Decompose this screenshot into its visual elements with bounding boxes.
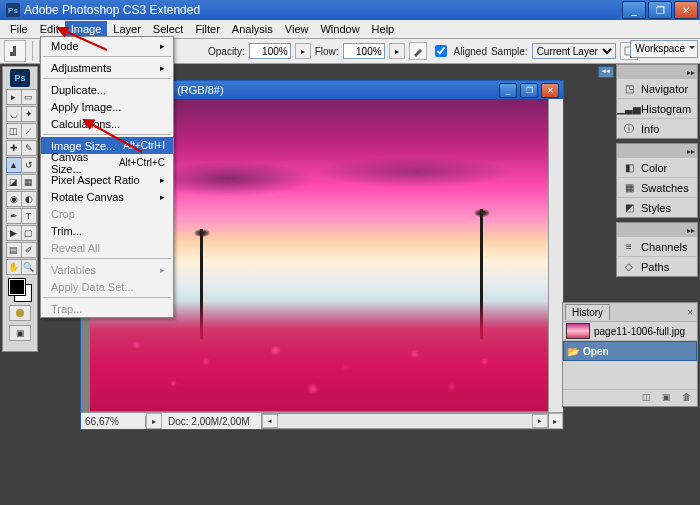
opacity-label: Opacity: [208,46,245,57]
paths-tab[interactable]: ◇Paths [617,257,697,276]
flow-input[interactable] [343,43,385,59]
history-tab[interactable]: History [565,304,610,320]
airbrush-icon[interactable] [409,42,427,60]
menu-file[interactable]: File [4,21,34,37]
foreground-color[interactable] [9,279,25,295]
menu-view[interactable]: View [279,21,315,37]
opacity-arrow-icon[interactable]: ▸ [295,43,311,59]
panel-dock-toggle[interactable]: ◂◂ [598,66,614,78]
dodge-tool[interactable]: ◐ [21,191,37,207]
panel-collapse-icon[interactable]: ▸▸ [687,68,695,77]
pen-tool[interactable]: ✒ [6,208,22,224]
stamp-tool[interactable]: ▲ [6,157,22,173]
menu-item-duplicate[interactable]: Duplicate... [41,81,173,98]
flow-label: Flow: [315,46,339,57]
eraser-tool[interactable]: ◪ [6,174,22,190]
color-swatches[interactable] [9,279,31,301]
quickmask-icon[interactable] [9,305,31,321]
new-snapshot-icon[interactable]: ◫ [639,392,653,404]
horizontal-scrollbar[interactable]: ◂▸ [261,413,549,429]
menu-edit[interactable]: Edit [34,21,65,37]
menu-item-adjustments[interactable]: Adjustments▸ [41,59,173,76]
type-tool[interactable]: T [21,208,37,224]
panel-collapse-icon[interactable]: ▸▸ [687,226,695,235]
menu-item-trim[interactable]: Trim... [41,222,173,239]
document-close-button[interactable]: ✕ [541,83,559,98]
styles-icon: ◩ [621,201,637,215]
lasso-tool[interactable]: ◡ [6,106,22,122]
navigator-tab[interactable]: ◳Navigator [617,79,697,99]
new-doc-icon[interactable]: ▣ [659,392,673,404]
aligned-label: Aligned [454,46,487,57]
info-tab[interactable]: ⓘInfo [617,119,697,138]
move-tool[interactable]: ▸ [6,89,22,105]
navigator-group: ▸▸ ◳Navigator ▁▃▅Histogram ⓘInfo [616,64,698,139]
menu-item-apply-data: Apply Data Set... [41,278,173,295]
menu-window[interactable]: Window [314,21,365,37]
history-close-icon[interactable]: × [683,307,697,318]
histogram-tab[interactable]: ▁▃▅Histogram [617,99,697,119]
menu-item-calculations[interactable]: Calculations... [41,115,173,132]
current-tool-icon[interactable] [4,40,26,62]
history-brush-tool[interactable]: ↺ [21,157,37,173]
history-state-open[interactable]: 📂 Open [563,341,697,361]
color-tab[interactable]: ◧Color [617,158,697,178]
menu-filter[interactable]: Filter [189,21,225,37]
crop-tool[interactable]: ◫ [6,123,22,139]
panel-collapse-icon[interactable]: ▸▸ [687,147,695,156]
blur-tool[interactable]: ◉ [6,191,22,207]
status-menu-icon[interactable]: ▸ [547,413,563,429]
history-filename: page11-1006-full.jpg [594,326,685,337]
history-panel: History × page11-1006-full.jpg 📂 Open ◫ … [562,302,698,407]
zoom-field[interactable]: 66,67% [81,416,146,427]
menu-analysis[interactable]: Analysis [226,21,279,37]
screenmode-icon[interactable]: ▣ [9,325,31,341]
document-restore-button[interactable]: ❐ [520,83,538,98]
menu-help[interactable]: Help [366,21,401,37]
histogram-icon: ▁▃▅ [621,102,637,116]
menu-image[interactable]: Image [65,21,108,37]
flow-arrow-icon[interactable]: ▸ [389,43,405,59]
hand-tool[interactable]: ✋ [6,259,22,275]
channels-tab[interactable]: ≡Channels [617,237,697,257]
slice-tool[interactable]: ⟋ [21,123,37,139]
app-icon: Ps [6,3,20,17]
svg-rect-0 [10,52,13,56]
swatches-tab[interactable]: ▦Swatches [617,178,697,198]
menu-item-canvas-size[interactable]: Canvas Size...Alt+Ctrl+C [41,154,173,171]
delete-state-icon[interactable]: 🗑 [679,392,693,404]
swatches-icon: ▦ [621,181,637,195]
marquee-tool[interactable]: ▭ [21,89,37,105]
menu-item-pixel-aspect[interactable]: Pixel Aspect Ratio▸ [41,171,173,188]
menu-select[interactable]: Select [147,21,190,37]
menu-item-apply-image[interactable]: Apply Image... [41,98,173,115]
window-close-button[interactable]: ✕ [674,1,698,19]
brush-tool[interactable]: ✎ [21,140,37,156]
menu-item-rotate-canvas[interactable]: Rotate Canvas▸ [41,188,173,205]
history-source-row[interactable]: page11-1006-full.jpg [563,322,697,341]
tools-panel: Ps ▸▭ ◡✦ ◫⟋ ✚✎ ▲↺ ◪▦ ◉◐ ✒T ▶▢ ▤✐ ✋🔍 ▣ [2,66,38,352]
status-arrow-icon[interactable]: ▸ [146,413,162,429]
shape-tool[interactable]: ▢ [21,225,37,241]
styles-tab[interactable]: ◩Styles [617,198,697,217]
menu-layer[interactable]: Layer [107,21,147,37]
heal-tool[interactable]: ✚ [6,140,22,156]
channels-icon: ≡ [621,240,637,254]
window-minimize-button[interactable]: _ [622,1,646,19]
open-icon: 📂 [567,346,579,357]
opacity-input[interactable] [249,43,291,59]
notes-tool[interactable]: ▤ [6,242,22,258]
wand-tool[interactable]: ✦ [21,106,37,122]
sample-select[interactable]: Current Layer [532,43,616,59]
document-minimize-button[interactable]: _ [499,83,517,98]
vertical-scrollbar[interactable] [548,99,563,413]
zoom-tool[interactable]: 🔍 [21,259,37,275]
aligned-checkbox[interactable] [435,45,447,57]
eyedropper-tool[interactable]: ✐ [21,242,37,258]
menu-item-crop: Crop [41,205,173,222]
window-restore-button[interactable]: ❐ [648,1,672,19]
workspace-picker[interactable]: Workspace [630,40,698,58]
path-select-tool[interactable]: ▶ [6,225,22,241]
gradient-tool[interactable]: ▦ [21,174,37,190]
menu-item-mode[interactable]: Mode▸ [41,37,173,54]
